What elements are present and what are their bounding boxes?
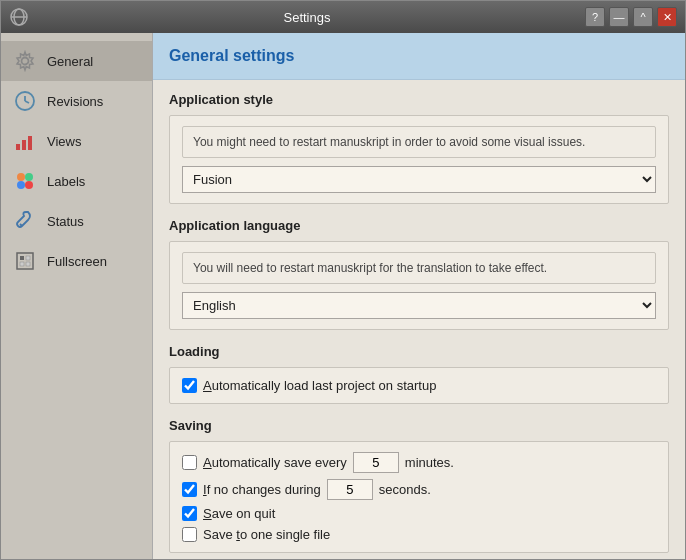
sidebar-item-fullscreen[interactable]: Fullscreen [1,241,152,281]
svg-rect-18 [20,262,24,266]
panel-header: General settings [153,33,685,80]
maximize-button[interactable]: ^ [633,7,653,27]
app-style-section: Application style You might need to rest… [169,92,669,204]
app-icon [9,7,29,27]
app-style-title: Application style [169,92,669,107]
labels-icon [13,169,37,193]
loading-box: Automatically load last project on start… [169,367,669,404]
svg-rect-19 [26,262,30,266]
svg-point-13 [25,181,33,189]
svg-rect-16 [20,256,24,260]
auto-save-minutes-label: minutes. [405,455,454,470]
svg-line-14 [20,224,22,226]
save-on-quit-row: Save on quit [182,506,656,521]
app-style-info: You might need to restart manuskript in … [182,126,656,158]
svg-rect-17 [26,256,30,260]
auto-save-minutes-input[interactable] [353,452,399,473]
sidebar-item-labels[interactable]: Labels [1,161,152,201]
clock-icon [13,89,37,113]
loading-title: Loading [169,344,669,359]
no-changes-row: If no changes during seconds. [182,479,656,500]
auto-save-row: Automatically save every minutes. [182,452,656,473]
auto-load-label: Automatically load last project on start… [203,378,436,393]
save-on-quit-label: Save on quit [203,506,275,521]
fullscreen-icon [13,249,37,273]
help-button[interactable]: ? [585,7,605,27]
svg-point-3 [22,58,29,65]
no-changes-seconds-input[interactable] [327,479,373,500]
panel-content: Application style You might need to rest… [153,80,685,559]
app-language-info: You will need to restart manuskript for … [182,252,656,284]
save-single-row: Save to one single file [182,527,656,542]
app-language-box: You will need to restart manuskript for … [169,241,669,330]
title-bar: Settings ? — ^ ✕ [1,1,685,33]
no-changes-label: If no changes during [203,482,321,497]
saving-section: Saving Automatically save every minutes. [169,418,669,553]
svg-rect-7 [16,144,20,150]
close-button[interactable]: ✕ [657,7,677,27]
auto-load-checkbox[interactable] [182,378,197,393]
window-title: Settings [29,10,585,25]
svg-rect-15 [17,253,33,269]
svg-line-6 [25,101,29,103]
saving-box: Automatically save every minutes. If no … [169,441,669,553]
save-on-quit-checkbox[interactable] [182,506,197,521]
sidebar-general-label: General [47,54,93,69]
wrench-icon [13,209,37,233]
sidebar-status-label: Status [47,214,84,229]
sidebar-labels-label: Labels [47,174,85,189]
sidebar-revisions-label: Revisions [47,94,103,109]
sidebar-item-status[interactable]: Status [1,201,152,241]
auto-save-checkbox[interactable] [182,455,197,470]
auto-load-row: Automatically load last project on start… [182,378,656,393]
no-changes-checkbox[interactable] [182,482,197,497]
save-single-label: Save to one single file [203,527,330,542]
sidebar-item-revisions[interactable]: Revisions [1,81,152,121]
svg-point-11 [25,173,33,181]
app-language-dropdown[interactable]: English French German Spanish [182,292,656,319]
app-style-box: You might need to restart manuskript in … [169,115,669,204]
sidebar-views-label: Views [47,134,81,149]
svg-rect-8 [22,140,26,150]
no-changes-seconds-label: seconds. [379,482,431,497]
main-panel: General settings Application style You m… [153,33,685,559]
save-single-checkbox[interactable] [182,527,197,542]
app-language-section: Application language You will need to re… [169,218,669,330]
settings-window: Settings ? — ^ ✕ General [0,0,686,560]
svg-rect-9 [28,136,32,150]
chart-icon [13,129,37,153]
panel-title: General settings [169,47,294,64]
window-controls: ? — ^ ✕ [585,7,677,27]
sidebar-fullscreen-label: Fullscreen [47,254,107,269]
content-area: General Revisions [1,33,685,559]
app-style-dropdown[interactable]: Fusion Windows Fusion Dark [182,166,656,193]
gear-icon [13,49,37,73]
saving-title: Saving [169,418,669,433]
minimize-button[interactable]: — [609,7,629,27]
app-language-title: Application language [169,218,669,233]
auto-save-label: Automatically save every [203,455,347,470]
svg-point-10 [17,173,25,181]
sidebar-item-views[interactable]: Views [1,121,152,161]
sidebar-item-general[interactable]: General [1,41,152,81]
svg-point-12 [17,181,25,189]
sidebar: General Revisions [1,33,153,559]
loading-section: Loading Automatically load last project … [169,344,669,404]
